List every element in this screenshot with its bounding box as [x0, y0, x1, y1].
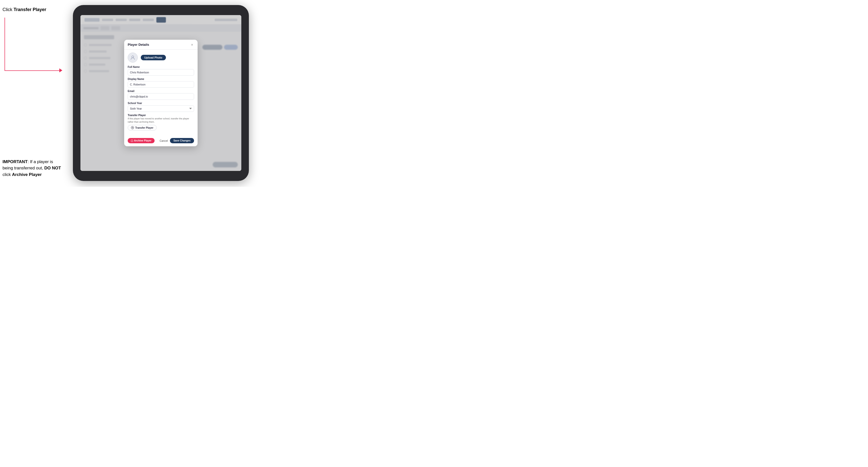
ipad-screen: Player Details × Uploa — [81, 15, 241, 171]
transfer-description: If this player has moved to another scho… — [128, 117, 194, 123]
modal-header: Player Details × — [124, 40, 197, 50]
archive-icon: ▢ — [131, 139, 133, 142]
school-year-label: School Year — [128, 102, 194, 104]
instruction-bold: Transfer Player — [13, 7, 46, 12]
full-name-group: Full Name — [128, 66, 194, 76]
avatar-section: Upload Photo — [128, 53, 194, 63]
email-label: Email — [128, 90, 194, 93]
player-details-modal: Player Details × Uploa — [124, 40, 197, 146]
display-name-label: Display Name — [128, 78, 194, 81]
arrow-horizontal — [4, 70, 60, 71]
full-name-input[interactable] — [128, 69, 194, 76]
modal-footer: ▢ Archive Player Cancel Save Changes — [124, 136, 197, 146]
avatar — [128, 53, 138, 63]
instruction-prefix: Click — [2, 7, 13, 12]
arrow-vertical — [4, 18, 5, 71]
email-group: Email — [128, 90, 194, 100]
archive-player-button[interactable]: ▢ Archive Player — [128, 138, 155, 143]
instruction-top: Click Transfer Player — [2, 7, 46, 12]
full-name-label: Full Name — [128, 66, 194, 68]
transfer-button-label: Transfer Player — [135, 126, 153, 129]
display-name-input[interactable] — [128, 81, 194, 88]
school-year-group: School Year Sixth Year — [128, 102, 194, 112]
cancel-button[interactable]: Cancel — [160, 139, 168, 142]
transfer-icon: ↻ — [131, 126, 134, 129]
instruction-bottom: IMPORTANT: If a player is being transfer… — [2, 159, 63, 178]
display-name-group: Display Name — [128, 78, 194, 88]
modal-overlay: Player Details × Uploa — [81, 15, 241, 171]
modal-title: Player Details — [128, 43, 149, 46]
transfer-section-label: Transfer Player — [128, 114, 194, 117]
email-input[interactable] — [128, 93, 194, 100]
upload-photo-button[interactable]: Upload Photo — [141, 55, 166, 60]
instruction-do-not: DO NOT — [44, 166, 61, 170]
transfer-player-button[interactable]: ↻ Transfer Player — [128, 125, 157, 130]
save-changes-button[interactable]: Save Changes — [170, 138, 194, 143]
ipad-device: Player Details × Uploa — [73, 5, 249, 181]
instruction-archive: Archive Player — [12, 172, 42, 177]
instruction-important: IMPORTANT — [2, 159, 28, 164]
modal-close-button[interactable]: × — [190, 43, 194, 47]
transfer-section: Transfer Player If this player has moved… — [128, 114, 194, 130]
arrow-head — [59, 68, 62, 72]
school-year-select[interactable]: Sixth Year — [128, 105, 194, 112]
svg-point-0 — [132, 56, 134, 58]
modal-body: Upload Photo Full Name Display Name — [124, 50, 197, 136]
archive-label: Archive Player — [134, 139, 152, 142]
